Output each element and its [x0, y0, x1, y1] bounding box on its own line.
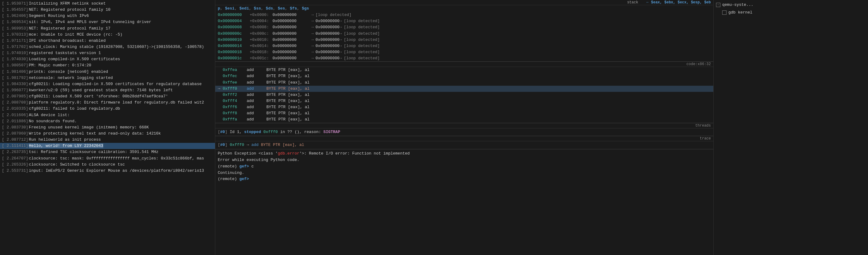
log-line: [ 2.011606] ALSA device list:: [0, 112, 215, 118]
tree-label-gdb: gdb kernel: [728, 9, 752, 16]
right-panel: – qemu-syste... gdb kernel: [714, 0, 868, 255]
gdb-prompt-line-2: (remote) gef>: [218, 176, 711, 182]
threads-header: threads: [215, 123, 713, 129]
asm-row: 0xffeeaddBYTE PTR [eax], al: [215, 80, 713, 86]
mem-row: 0x00000008+0x0008:0x00000000 → 0x0000000…: [215, 24, 713, 30]
trace-header: trace: [215, 136, 713, 141]
log-line: [ 2.553731] input: ImExPS/2 Generic Expl…: [0, 168, 215, 174]
log-line: [ 1.980507] PM: Magic number: 0:174:20: [0, 62, 215, 69]
log-line: [ 1.970313] mce: Unable to init MCE devi…: [0, 32, 215, 38]
log-line: [ 2.010335] cfg80211: failed to load reg…: [0, 106, 215, 112]
log-line: [ 2.083730] Freeing unused kernel image …: [0, 124, 215, 131]
stack-header: stack ← $eax, $ebx, $ecx, $esp, $eb: [215, 0, 713, 5]
log-line: [ 2.264707] clocksource: tsc: mask: 0xff…: [0, 155, 215, 161]
asm-row: 0xffeaaddBYTE PTR [eax], al: [215, 67, 713, 73]
tree-checkbox-gdb[interactable]: [722, 10, 726, 15]
asm-row: 0xfff2addBYTE PTR [eax], al: [215, 92, 713, 98]
gdb-continuing-line: Continuing.: [218, 170, 711, 176]
log-line: [ 1.971702] sched_clock: Marking stable …: [0, 44, 215, 50]
log-line: [ 1.974030] Loading compiled-in X.509 ce…: [0, 56, 215, 62]
mem-row: 0x00000010+0x0010:0x00000000 → 0x0000000…: [215, 37, 713, 43]
log-line: [ 2.087060] Write protecting kernel text…: [0, 131, 215, 137]
log-line: [ 1.969534] sit: IPv6, IPv4 and MPLS ove…: [0, 19, 215, 25]
memory-rows: 0x00000000+0x0000:0x00000000 → [loop det…: [215, 12, 713, 62]
log-line: [ 1.953071] Initializing XFRM netlink so…: [0, 1, 215, 7]
tree-item-qemu[interactable]: – qemu-syste...: [714, 1, 868, 9]
code-section: code:x86:32 0xffeaaddBYTE PTR [eax], al …: [215, 62, 713, 123]
asm-rows: 0xffeaaddBYTE PTR [eax], al 0xffecaddBYT…: [215, 67, 713, 122]
kernel-log-panel: [ 1.953071] Initializing XFRM netlink so…: [0, 0, 215, 255]
log-line: [ 2.087712] Run helloworld as init proce…: [0, 137, 215, 143]
thread-info-line: [#0] Id 1, stopped 0xfff0 in ?? (), reas…: [215, 129, 713, 136]
asm-row: 0xfff6addBYTE PTR [eax], al: [215, 104, 713, 110]
mem-row: 0x0000001c+0x001c:0x00000000 → 0x0000000…: [215, 55, 713, 62]
log-line: [ 1.962406] Segment Routing with IPv6: [0, 13, 215, 19]
log-line: [ 2.265326] clocksource: Switched to clo…: [0, 161, 215, 168]
asm-row: 0xffecaddBYTE PTR [eax], al: [215, 73, 713, 79]
trace-section: trace [#0] 0xfff0 → add BYTE PTR [eax], …: [215, 136, 713, 149]
log-line: [ 1.996077] kworker/u2:0 (59) used great…: [0, 87, 215, 94]
mem-row: 0x0000000c+0x000c:0x00000000 → 0x0000000…: [215, 31, 713, 37]
tree-label-qemu: qemu-syste...: [722, 2, 753, 8]
log-line: [ 2.011886] No soundcards found.: [0, 118, 215, 124]
mem-row: 0x00000000+0x0000:0x00000000 → [loop det…: [215, 12, 713, 18]
log-line: [ 1.971171] IPI shorthand broadcast: ena…: [0, 38, 215, 44]
register-line: p, $esi, $edi, $ss, $ds, $es, $fs, $gs: [215, 5, 713, 12]
gdb-output: Python Exception <class 'gdb.error'>: Re…: [215, 149, 713, 255]
tree-checkbox-qemu[interactable]: –: [716, 3, 720, 7]
tree-item-gdb[interactable]: gdb kernel: [720, 9, 868, 16]
asm-row: 0xfff8addBYTE PTR [eax], al: [215, 110, 713, 116]
code-header: code:x86:32: [215, 62, 713, 67]
log-line: [ 1.954557] NET: Registered protocol fam…: [0, 7, 215, 13]
log-line: [ 2.007985] cfg80211: Loaded X.509 cert …: [0, 94, 215, 100]
asm-row: 0xfffaaddBYTE PTR [eax], al: [215, 116, 713, 122]
asm-row: →0xfff0addBYTE PTR [eax], al: [215, 86, 713, 92]
mem-row: 0x00000014+0x0014:0x00000000 → 0x0000000…: [215, 43, 713, 49]
stack-regs-right: ← $eax, $ebx, $ecx, $esp, $eb: [647, 0, 711, 5]
gdb-error-line: Error while executing Python code.: [218, 157, 711, 163]
log-line: [ 1.981792] netconsole: network logging …: [0, 75, 215, 81]
log-line: [ 1.969953] NET: Registered protocol fam…: [0, 26, 215, 32]
gdb-prompt-line-1: (remote) gef> c: [218, 163, 711, 170]
trace-info-line: [#0] 0xfff0 → add BYTE PTR [eax], al: [215, 141, 713, 149]
mem-row: 0x00000004+0x0004:0x00000000 → 0x0000000…: [215, 18, 713, 24]
log-line: [ 1.984330] cfg80211: Loading compiled-i…: [0, 81, 215, 87]
log-line: [ 1.974010] registered taskstats version…: [0, 50, 215, 56]
gdb-exception-line: Python Exception <class 'gdb.error'>: Re…: [218, 150, 711, 157]
log-line: [ 1.981406] printk: console [netcon0] en…: [0, 69, 215, 75]
mem-row: 0x00000018+0x0018:0x00000000 → 0x0000000…: [215, 49, 713, 55]
log-line: [ 2.008708] platform regulatory.0: Direc…: [0, 100, 215, 106]
log-line: [ 2.111411] Hello, world! from LSY 22342…: [0, 143, 215, 149]
log-line: [ 2.263735] tsc: Refined TSC clocksource…: [0, 149, 215, 155]
log-container: [ 1.953071] Initializing XFRM netlink so…: [0, 1, 215, 174]
stack-section: stack ← $eax, $ebx, $ecx, $esp, $eb p, $…: [215, 0, 713, 62]
threads-section: threads [#0] Id 1, stopped 0xfff0 in ?? …: [215, 123, 713, 136]
stack-label: stack: [627, 0, 638, 5]
debugger-panel: stack ← $eax, $ebx, $ecx, $esp, $eb p, $…: [215, 0, 714, 255]
asm-row: 0xfff4addBYTE PTR [eax], al: [215, 98, 713, 104]
